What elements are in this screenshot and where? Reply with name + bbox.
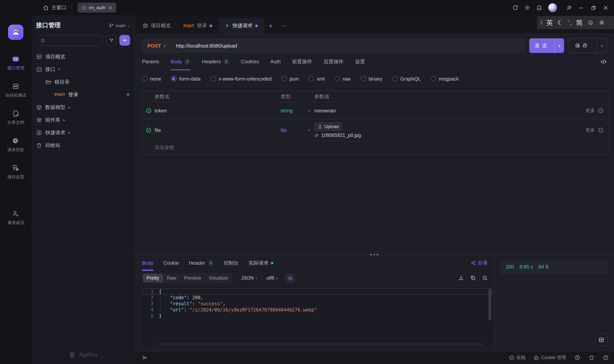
horizontal-scrollbar[interactable]	[159, 343, 484, 345]
minimize-icon[interactable]	[578, 5, 584, 11]
save-options-chevron[interactable]: ∨	[597, 43, 607, 48]
tab-pre-operations[interactable]: 前置操作	[292, 53, 312, 70]
add-button[interactable]	[119, 35, 130, 46]
online-status[interactable]: 在线	[509, 354, 526, 361]
vertical-scrollbar[interactable]	[489, 289, 491, 320]
save-button[interactable]: 保存 ∨	[568, 38, 607, 53]
radio-json[interactable]: json	[281, 76, 299, 81]
remove-row-icon[interactable]	[598, 108, 604, 113]
param-type-selector[interactable]: file ∨	[280, 127, 314, 133]
ime-emoji-icon[interactable]: ☺	[587, 19, 594, 26]
nav-request-history[interactable]: 请求历史	[0, 137, 31, 153]
close-window-icon[interactable]	[603, 5, 609, 11]
splitter-handle[interactable]: ●●●	[370, 252, 380, 256]
tree-item-root-folder[interactable]: 根目录	[31, 76, 135, 88]
ime-moon-icon[interactable]: ☾	[558, 19, 563, 27]
radio-xml[interactable]: xml	[309, 76, 324, 81]
resp-tab-body[interactable]: Body	[142, 255, 153, 271]
tab-headers[interactable]: Headers 9	[202, 53, 229, 70]
add-param-row[interactable]: 添加参数	[142, 141, 608, 154]
maximize-icon[interactable]	[591, 5, 596, 11]
param-name[interactable]: file	[155, 127, 280, 133]
remove-row-icon[interactable]	[598, 127, 604, 133]
tree-item-apis[interactable]: 接口 ▾	[31, 63, 135, 76]
radio-form-data[interactable]: form-data	[171, 76, 200, 81]
nav-invite-member[interactable]: 邀请成员	[0, 210, 31, 225]
word-wrap-button[interactable]	[285, 273, 295, 283]
more-button[interactable]: 更多	[586, 127, 595, 133]
caret-right-icon[interactable]: ▸	[68, 105, 70, 109]
search-icon[interactable]	[482, 275, 488, 281]
radio-raw[interactable]: raw	[334, 76, 350, 81]
encoding-dropdown[interactable]: utf8 ∨	[266, 275, 279, 281]
theme-tshirt-icon[interactable]	[589, 355, 594, 361]
radio-graphql[interactable]: GraphQL	[392, 76, 421, 81]
radio-msgpack[interactable]: msgpack	[431, 76, 459, 81]
tree-item-data-models[interactable]: 数据模型 ▸	[31, 101, 135, 114]
enabled-check-icon[interactable]	[146, 108, 151, 113]
nav-share-docs[interactable]: 分享文档	[0, 110, 31, 125]
ime-simplified-toggle[interactable]: 简	[576, 18, 583, 27]
tab-post-operations[interactable]: 后置操作	[324, 53, 344, 70]
nav-api-manage[interactable]: 接口管理	[0, 55, 31, 71]
doc-tab-login[interactable]: POST 登录	[177, 18, 218, 33]
branch-selector[interactable]: main ⌄	[109, 23, 130, 28]
generate-code-icon[interactable]	[600, 58, 607, 65]
nav-project-settings[interactable]: 项目设置	[0, 164, 31, 180]
send-button[interactable]: 发送 ∨	[529, 38, 564, 53]
share-button[interactable]: 分享	[471, 260, 488, 266]
tree-item-trash[interactable]: 回收站	[31, 139, 135, 152]
caret-right-icon[interactable]: ▸	[63, 118, 65, 122]
project-avatar[interactable]	[8, 25, 23, 40]
refresh-icon[interactable]	[512, 5, 519, 11]
send-options-chevron[interactable]: ∨	[555, 43, 564, 48]
window-tab-im-auth[interactable]: im_auth	[78, 3, 116, 13]
tree-item-components[interactable]: 组件库 ▸	[31, 114, 135, 126]
filter-button[interactable]	[106, 35, 117, 46]
notifications-bell-icon[interactable]	[536, 5, 542, 11]
response-code-editor[interactable]: 1{2 "code": 200,3 "result": "success",4 …	[142, 287, 492, 346]
doc-tab-quick-request[interactable]: 快捷请求	[218, 18, 264, 33]
ime-punctuation-toggle[interactable]: ᾿,	[568, 19, 571, 26]
enabled-check-icon[interactable]	[146, 127, 151, 133]
more-button[interactable]: 更多	[586, 107, 595, 114]
main-window-tab[interactable]: 主窗口	[43, 4, 67, 11]
tab-body[interactable]: Body 2	[171, 53, 190, 70]
search-input[interactable]	[36, 35, 103, 46]
download-icon[interactable]	[458, 275, 464, 281]
caret-right-icon[interactable]: ▸	[68, 130, 70, 135]
help-icon[interactable]	[603, 355, 609, 361]
view-raw[interactable]: Raw	[163, 274, 180, 282]
tree-item-quick-request[interactable]: 快捷请求 ▸	[31, 126, 135, 139]
settings-gear-icon[interactable]	[524, 5, 530, 11]
resp-tab-cookie[interactable]: Cookie	[163, 255, 179, 271]
radio-x-www-form-urlencoded[interactable]: x-www-form-urlencoded	[211, 76, 271, 81]
tab-auth[interactable]: Auth	[270, 53, 281, 70]
more-tabs-button[interactable]	[277, 18, 290, 33]
format-dropdown[interactable]: JSON ∨	[241, 275, 258, 281]
url-input[interactable]	[170, 43, 525, 49]
pin-icon[interactable]	[566, 5, 572, 11]
resp-tab-console[interactable]: 控制台	[224, 255, 239, 271]
copy-icon[interactable]	[470, 275, 476, 281]
view-pretty[interactable]: Pretty	[143, 274, 163, 282]
ime-language-toggle[interactable]: 英	[547, 18, 553, 27]
close-tab-icon[interactable]	[108, 6, 112, 10]
method-selector[interactable]: POST ∨	[142, 43, 170, 49]
resp-tab-header[interactable]: Header 3	[189, 255, 214, 271]
doc-tab-overview[interactable]: 项目概览	[137, 18, 177, 33]
layout-toggle-button[interactable]	[595, 333, 608, 346]
view-preview[interactable]: Preview	[180, 274, 205, 282]
cookie-manager[interactable]: Cookie 管理	[534, 354, 566, 361]
tab-settings[interactable]: 设置	[355, 53, 365, 70]
tree-item-overview[interactable]: 项目概览	[31, 50, 135, 63]
tab-cookies[interactable]: Cookies	[241, 53, 259, 70]
param-type-selector[interactable]: string ∨	[280, 108, 314, 113]
tree-item-login-api[interactable]: POST 登录	[31, 88, 135, 101]
radio-none[interactable]: none	[142, 76, 161, 81]
ime-settings-icon[interactable]	[599, 20, 605, 26]
upload-button[interactable]: Upload	[314, 122, 342, 130]
caret-down-icon[interactable]: ▾	[58, 67, 60, 71]
new-tab-button[interactable]	[264, 18, 277, 33]
ime-grip[interactable]: ‖	[540, 20, 542, 26]
